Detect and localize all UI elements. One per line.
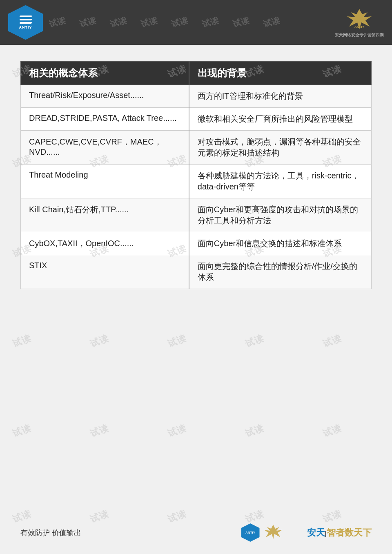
svg-text:ANTIY: ANTIY: [354, 25, 365, 29]
wm-16: 试读: [11, 332, 33, 350]
table-cell-col1-1: DREAD,STRIDE,PASTA, Attack Tree......: [21, 108, 189, 131]
col1-header: 相关的概念体系: [21, 62, 189, 85]
table-row: Kill Chain,钻石分析,TTP......面向Cyber和更高强度的攻击…: [21, 198, 372, 232]
table-cell-col1-2: CAPEC,CWE,CVE,CVRF，MAEC，NVD......: [21, 131, 189, 165]
table-cell-col1-5: CybOX,TAXII，OpenIOC......: [21, 232, 189, 255]
wm-30: 试读: [321, 507, 343, 526]
col2-header: 出现的背景: [189, 62, 372, 85]
wm-20: 试读: [321, 332, 343, 350]
wm-29: 试读: [243, 507, 266, 526]
footer-brand-container: [263, 524, 304, 542]
footer-slogan: 有效防护 价值输出: [20, 528, 81, 538]
logo-line-1: [19, 16, 32, 17]
logo-text: ANTIY: [19, 25, 32, 29]
header-wm-3: 试读: [109, 17, 128, 28]
antiy-bird-icon: ANTIY: [345, 8, 374, 31]
wm-22: 试读: [88, 422, 111, 440]
table-cell-col1-4: Kill Chain,钻石分析,TTP......: [21, 198, 189, 232]
header-brand: ANTIY 安天网络安全专训营第四期: [335, 7, 384, 38]
wm-19: 试读: [243, 332, 266, 350]
table-cell-col2-3: 各种威胁建模的方法论，工具，risk-centric，data-driven等等: [189, 165, 372, 198]
table-cell-col1-0: Threat/Risk/Exposure/Asset......: [21, 85, 189, 108]
header-wm-7: 试读: [232, 17, 250, 28]
logo: ANTIY: [8, 5, 43, 40]
table-row: DREAD,STRIDE,PASTA, Attack Tree......微软和…: [21, 108, 372, 131]
header-wm-1: 试读: [49, 17, 67, 28]
footer-brand-text: 安天|智者数天下: [307, 527, 372, 539]
table-row: Threat/Risk/Exposure/Asset......西方的IT管理和…: [21, 85, 372, 108]
table-cell-col2-1: 微软和相关安全厂商所推出的风险管理模型: [189, 108, 372, 131]
wm-25: 试读: [321, 422, 343, 440]
table-cell-col2-5: 面向Cyber和信息交换的描述和标准体系: [189, 232, 372, 255]
svg-marker-2: [264, 525, 282, 539]
table-row: STIX面向更完整的综合性的情报分析/作业/交换的体系: [21, 255, 372, 289]
header-watermark-area: 试读 试读 试读 试读 试读 试读 试读 试读: [49, 17, 343, 28]
header-wm-8: 试读: [262, 17, 281, 28]
footer-hex-text: ANTIY: [245, 531, 255, 534]
footer: 有效防护 价值输出 ANTIY 安天|智者数天下: [20, 523, 372, 542]
table-cell-col2-4: 面向Cyber和更高强度的攻击和对抗的场景的分析工具和分析方法: [189, 198, 372, 232]
header-wm-5: 试读: [170, 17, 189, 28]
logo-line-3: [19, 22, 32, 24]
table-row: CybOX,TAXII，OpenIOC......面向Cyber和信息交换的描述…: [21, 232, 372, 255]
wm-17: 试读: [88, 332, 111, 350]
header-wm-6: 试读: [201, 17, 220, 28]
logo-lines: [20, 16, 32, 24]
wm-24: 试读: [243, 422, 266, 440]
footer-bird-icon: [263, 524, 304, 540]
brand-logo: ANTIY: [343, 7, 376, 31]
logo-inner: ANTIY: [19, 16, 32, 29]
footer-hex-logo: ANTIY: [241, 523, 260, 542]
wm-21: 试读: [11, 422, 33, 440]
header: ANTIY 试读 试读 试读 试读 试读 试读 试读 试读 ANTIY 安天网络…: [0, 0, 392, 45]
logo-line-2: [19, 19, 32, 20]
table-cell-col2-2: 对攻击模式，脆弱点，漏洞等各种基础的安全元素的标定和描述结构: [189, 131, 372, 165]
header-wm-2: 试读: [78, 17, 97, 28]
table-cell-col2-0: 西方的IT管理和标准化的背景: [189, 85, 372, 108]
main-content: 相关的概念体系 出现的背景 Threat/Risk/Exposure/Asset…: [0, 45, 392, 301]
header-wm-4: 试读: [140, 17, 158, 28]
brand-sub-text: 安天网络安全专训营第四期: [335, 32, 384, 38]
wm-18: 试读: [166, 332, 188, 350]
wm-26: 试读: [11, 507, 33, 526]
table-cell-col1-3: Threat Modeling: [21, 165, 189, 198]
concept-table: 相关的概念体系 出现的背景 Threat/Risk/Exposure/Asset…: [20, 61, 372, 289]
table-row: CAPEC,CWE,CVE,CVRF，MAEC，NVD......对攻击模式，脆…: [21, 131, 372, 165]
table-cell-col1-6: STIX: [21, 255, 189, 289]
wm-23: 试读: [166, 422, 188, 440]
wm-27: 试读: [88, 507, 111, 526]
table-row: Threat Modeling各种威胁建模的方法论，工具，risk-centri…: [21, 165, 372, 198]
footer-logo-area: ANTIY 安天|智者数天下: [241, 523, 372, 542]
table-cell-col2-6: 面向更完整的综合性的情报分析/作业/交换的体系: [189, 255, 372, 289]
wm-28: 试读: [166, 507, 188, 526]
